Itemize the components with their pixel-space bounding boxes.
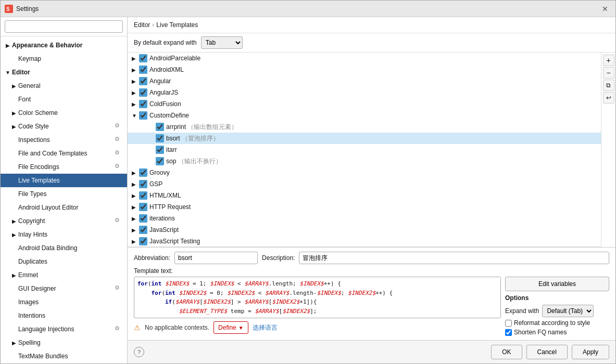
sidebar-item-spelling[interactable]: ▶ Spelling <box>1 336 127 349</box>
list-item[interactable]: ▶ HTTP Request <box>128 201 601 213</box>
abbr-row: Abbreviation: Description: <box>134 252 609 264</box>
group-checkbox[interactable] <box>139 88 147 97</box>
template-code-display[interactable]: for(int $INDEX$ = 1; $INDEX$ < $ARRAY$.l… <box>134 277 501 318</box>
expand-arrow-icon: ▶ <box>132 170 139 176</box>
edit-variables-button[interactable]: Edit variables <box>505 277 609 291</box>
sidebar-item-intentions[interactable]: Intentions <box>1 309 127 322</box>
search-input[interactable] <box>5 20 123 33</box>
sidebar-item-android-layout[interactable]: Android Layout Editor <box>1 201 127 214</box>
template-area-row: for(int $INDEX$ = 1; $INDEX$ < $ARRAY$.l… <box>134 277 609 336</box>
reformat-checkbox[interactable] <box>505 320 512 327</box>
sidebar-item-color-scheme[interactable]: ▶ Color Scheme <box>1 106 127 120</box>
expand-arrow-icon: ▶ <box>132 193 139 199</box>
group-checkbox[interactable] <box>139 100 147 108</box>
sidebar-item-images[interactable]: Images <box>1 295 127 309</box>
expand-with-select[interactable]: Default (Tab) Tab Enter Space <box>542 305 594 317</box>
item-checkbox[interactable] <box>156 134 164 142</box>
arrow-icon: ▶ <box>11 218 17 224</box>
sidebar-item-copyright[interactable]: ▶ Copyright ⚙ <box>1 214 127 228</box>
revert-button[interactable]: ↩ <box>603 92 614 103</box>
list-item[interactable]: itarr <box>128 144 601 155</box>
close-button[interactable]: ✕ <box>599 3 611 15</box>
list-item[interactable]: ▶ JavaScript <box>128 224 601 236</box>
list-item[interactable]: ▶ JavaScript Testing <box>128 236 601 247</box>
remove-button[interactable]: − <box>603 67 614 79</box>
add-button[interactable]: + <box>603 55 614 66</box>
list-item[interactable]: ▶ AndroidXML <box>128 64 601 75</box>
arrow-icon: ▶ <box>11 272 17 278</box>
group-label: HTML/XML <box>149 192 181 199</box>
shorten-checkbox[interactable] <box>505 329 512 336</box>
sidebar-item-gui-designer[interactable]: GUI Designer ⚙ <box>1 282 127 295</box>
list-item[interactable]: sop （输出不换行） <box>128 155 601 167</box>
list-item[interactable]: ▶ AngularJS <box>128 87 601 98</box>
sidebar-item-font[interactable]: Font <box>1 93 127 106</box>
group-checkbox[interactable] <box>139 111 147 120</box>
sidebar-item-duplicates[interactable]: Duplicates <box>1 255 127 268</box>
group-checkbox[interactable] <box>139 237 147 245</box>
group-checkbox[interactable] <box>139 226 147 234</box>
sidebar-item-label: Live Templates <box>18 177 60 184</box>
expand-with-label: Expand with <box>505 307 539 315</box>
sidebar-item-inspections[interactable]: Inspections ⚙ <box>1 133 127 147</box>
list-item[interactable]: ▶ Angular <box>128 75 601 87</box>
list-item[interactable]: arrprint （输出数组元素） <box>128 121 601 133</box>
sidebar-item-label: Font <box>18 96 31 103</box>
sidebar-item-label: File Types <box>18 190 46 198</box>
sidebar-item-inlay-hints[interactable]: ▶ Inlay Hints <box>1 228 127 241</box>
group-checkbox[interactable] <box>139 203 147 211</box>
sidebar-item-android-data-binding[interactable]: Android Data Binding <box>1 241 127 255</box>
copy-button[interactable]: ⧉ <box>603 80 614 91</box>
group-checkbox[interactable] <box>139 77 147 85</box>
sidebar-item-textmate[interactable]: TextMate Bundles <box>1 349 127 363</box>
group-checkbox[interactable] <box>139 168 147 177</box>
sidebar-item-editor[interactable]: ▼ Editor <box>1 66 127 79</box>
expand-select[interactable]: Tab Enter Space <box>201 36 243 49</box>
sidebar-item-label: Android Data Binding <box>18 244 77 252</box>
item-checkbox[interactable] <box>156 123 164 131</box>
sidebar-item-appearance[interactable]: ▶ Appearance & Behavior <box>1 38 127 52</box>
group-checkbox[interactable] <box>139 191 147 200</box>
sidebar-item-label: Inspections <box>18 136 50 144</box>
list-item[interactable]: ▶ AndroidParcelable <box>128 53 601 64</box>
breadcrumb-separator: › <box>152 21 154 29</box>
sidebar-item-label: Keymap <box>18 55 41 62</box>
list-item[interactable]: ▶ iterations <box>128 213 601 224</box>
description-input[interactable] <box>299 252 609 264</box>
select-language-link[interactable]: 选择语言 <box>253 323 278 332</box>
apply-button[interactable]: Apply <box>572 345 609 359</box>
group-checkbox[interactable] <box>139 66 147 74</box>
sidebar-item-emmet[interactable]: ▶ Emmet <box>1 268 127 282</box>
list-item[interactable]: ▶ GSP <box>128 178 601 190</box>
sidebar-item-file-types[interactable]: File Types <box>1 187 127 201</box>
sidebar-item-keymap[interactable]: Keymap <box>1 52 127 66</box>
arrow-icon <box>11 204 17 211</box>
item-checkbox[interactable] <box>156 146 164 154</box>
group-checkbox[interactable] <box>139 180 147 188</box>
settings-icon: ⚙ <box>115 217 123 225</box>
template-list: ▶ AndroidParcelable ▶ AndroidXML ▶ <box>128 53 601 247</box>
list-item[interactable]: ▶ Groovy <box>128 167 601 178</box>
list-item[interactable]: ▶ ColdFusion <box>128 98 601 110</box>
define-button[interactable]: Define ▼ <box>213 321 248 334</box>
sidebar-item-file-templates[interactable]: File and Code Templates ⚙ <box>1 147 127 160</box>
no-context-text: No applicable contexts. <box>145 324 209 331</box>
help-button[interactable]: ? <box>134 347 144 357</box>
cancel-button[interactable]: Cancel <box>526 345 568 359</box>
list-item[interactable]: ▼ CustomDefine <box>128 110 601 121</box>
item-checkbox[interactable] <box>156 157 164 165</box>
item-label: sop （输出不换行） <box>166 157 222 166</box>
group-checkbox[interactable] <box>139 54 147 62</box>
sidebar-item-live-templates[interactable]: Live Templates <box>1 174 127 187</box>
abbreviation-input[interactable] <box>174 252 258 264</box>
sidebar-item-code-style[interactable]: ▶ Code Style ⚙ <box>1 120 127 133</box>
list-item[interactable]: ▶ HTML/XML <box>128 190 601 201</box>
template-textarea-wrap: for(int $INDEX$ = 1; $INDEX$ < $ARRAY$.l… <box>134 277 501 336</box>
group-checkbox[interactable] <box>139 214 147 223</box>
sidebar-item-general[interactable]: ▶ General <box>1 79 127 93</box>
sidebar-item-language-injections[interactable]: Language Injections ⚙ <box>1 322 127 336</box>
sidebar-item-file-encodings[interactable]: File Encodings ⚙ <box>1 160 127 174</box>
ok-button[interactable]: OK <box>491 345 522 359</box>
list-item[interactable]: bsort （冒泡排序） <box>128 133 601 144</box>
arrow-icon <box>11 245 17 251</box>
